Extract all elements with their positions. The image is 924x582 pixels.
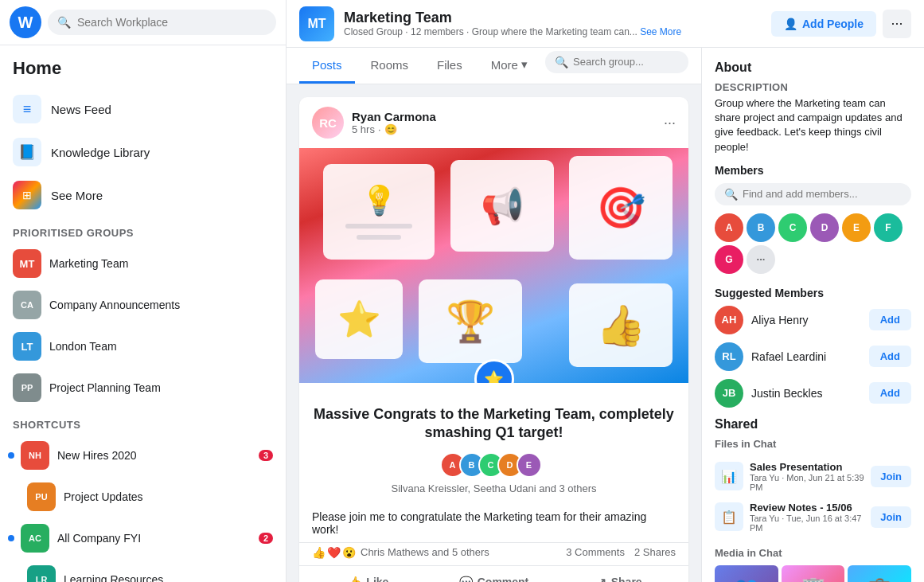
join-review-button[interactable]: Join bbox=[871, 506, 911, 528]
comment-button[interactable]: 💬 Comment bbox=[431, 569, 557, 582]
group-label-london-team: London Team bbox=[49, 340, 117, 353]
search-bar[interactable]: 🔍 bbox=[48, 10, 276, 35]
add-people-button[interactable]: 👤 Add People bbox=[771, 11, 876, 37]
sidebar-item-knowledge-library[interactable]: 📘 Knowledge Library bbox=[6, 131, 279, 173]
join-sales-button[interactable]: Join bbox=[871, 466, 911, 487]
nav-label-see-more: See More bbox=[51, 189, 103, 202]
left-sidebar: W 🔍 Home ≡ News Feed 📘 Knowledge Library… bbox=[0, 0, 287, 582]
member-av-5[interactable]: E bbox=[842, 213, 871, 242]
all-company-dot bbox=[8, 535, 14, 541]
sidebar-item-company-announcements[interactable]: CA Company Announcements bbox=[6, 285, 279, 325]
rafael-avatar: RL bbox=[715, 342, 743, 371]
post-illustration: 💡 📢 🎯 ⭐ 🏆 👍 bbox=[299, 148, 688, 383]
all-company-avatar: AC bbox=[21, 524, 49, 553]
shortcut-project-updates[interactable]: PU Project Updates bbox=[6, 477, 279, 517]
top-bar: MT Marketing Team Closed Group · 12 memb… bbox=[287, 0, 924, 48]
share-button[interactable]: ↗ Share bbox=[556, 569, 682, 582]
search-input[interactable] bbox=[77, 16, 267, 29]
member-av-6[interactable]: F bbox=[874, 213, 903, 242]
member-more-button[interactable]: ··· bbox=[747, 245, 775, 274]
post-author-avatar: RC bbox=[312, 107, 344, 139]
shortcut-learning-resources[interactable]: LR Learning Resources bbox=[6, 560, 279, 582]
group-label-company-announcements: Company Announcements bbox=[49, 299, 180, 311]
reactions-left: 👍 ❤️ 😮 Chris Mathews and 5 others bbox=[312, 546, 489, 559]
new-hires-dot bbox=[8, 452, 14, 459]
illus-box-4: ⭐ bbox=[315, 279, 403, 359]
sidebar-item-london-team[interactable]: LT London Team bbox=[6, 326, 279, 366]
member-av-2[interactable]: B bbox=[747, 213, 775, 242]
like-button[interactable]: 👍 Like bbox=[306, 569, 431, 582]
members-label: Members bbox=[715, 164, 911, 177]
suggested-justin: JB Justin Beckles Add bbox=[715, 379, 911, 408]
media-thumb-1[interactable]: 👥 bbox=[715, 565, 778, 582]
post-body: Massive Congrats to the Marketing Team, … bbox=[299, 383, 688, 504]
justin-name: Justin Beckles bbox=[751, 387, 861, 400]
members-search-icon: 🔍 bbox=[724, 188, 738, 201]
member-av-7[interactable]: G bbox=[715, 245, 743, 274]
reactors-names: Silvana Kreissler, Seetha Udani and 3 ot… bbox=[312, 482, 676, 494]
post-reactions-bar: 👍 ❤️ 😮 Chris Mathews and 5 others 3 Comm… bbox=[299, 542, 688, 565]
members-search[interactable]: 🔍 bbox=[715, 183, 911, 205]
top-actions: 👤 Add People ··· bbox=[771, 10, 911, 38]
add-aliya-button[interactable]: Add bbox=[869, 309, 911, 330]
tab-more[interactable]: More ▾ bbox=[478, 48, 540, 84]
media-thumb-3[interactable]: 💼 bbox=[848, 565, 911, 582]
tabs-bar: Posts Rooms Files More ▾ 🔍 bbox=[287, 48, 701, 84]
post-more-button[interactable]: ··· bbox=[664, 115, 676, 131]
aliya-avatar: AH bbox=[715, 306, 743, 334]
sidebar-item-marketing-team[interactable]: MT Marketing Team bbox=[6, 244, 279, 283]
group-avatar-large: MT bbox=[299, 6, 334, 41]
search-icon: 🔍 bbox=[57, 16, 71, 29]
media-thumb-2[interactable]: 🏢 bbox=[782, 565, 845, 582]
project-planning-team-avatar: PP bbox=[13, 373, 41, 402]
see-more-link[interactable]: See More bbox=[640, 26, 681, 37]
members-search-input[interactable] bbox=[743, 188, 902, 200]
feed-area: Posts Rooms Files More ▾ 🔍 bbox=[287, 48, 701, 582]
tab-files[interactable]: Files bbox=[424, 49, 475, 84]
sidebar-item-news-feed[interactable]: ≡ News Feed bbox=[6, 88, 279, 130]
sidebar-item-project-planning-team[interactable]: PP Project Planning Team bbox=[6, 368, 279, 408]
shortcut-new-hires-2020[interactable]: NH New Hires 2020 3 bbox=[6, 436, 279, 475]
post-reactors: A B C D E bbox=[312, 452, 676, 478]
knowledge-library-icon: 📘 bbox=[13, 138, 41, 166]
add-justin-button[interactable]: Add bbox=[869, 382, 911, 404]
news-feed-icon: ≡ bbox=[13, 95, 41, 123]
chevron-down-icon: ▾ bbox=[521, 57, 528, 72]
member-av-4[interactable]: D bbox=[810, 213, 839, 242]
shortcut-all-company-fyi[interactable]: AC All Company FYI 2 bbox=[6, 518, 279, 558]
media-grid: 👥 🏢 💼 bbox=[715, 565, 911, 582]
sales-file-info: Sales Presentation Tara Yu · Mon, Jun 21… bbox=[750, 461, 864, 492]
reaction-thumbs-up: 👍 bbox=[312, 546, 326, 559]
rafael-name: Rafael Leardini bbox=[751, 350, 861, 363]
shortcut-label-learning-resources: Learning Resources bbox=[64, 573, 163, 582]
prioritised-groups-title: Prioritised Groups bbox=[6, 217, 279, 244]
tab-posts[interactable]: Posts bbox=[299, 49, 355, 84]
illus-box-5: 🏆 bbox=[419, 279, 522, 363]
post-author-info: Ryan Carmona 5 hrs · 😊 bbox=[352, 110, 436, 135]
member-av-1[interactable]: A bbox=[715, 213, 743, 242]
learning-resources-avatar: LR bbox=[27, 565, 56, 582]
suggested-label: Suggested Members bbox=[715, 287, 911, 299]
shares-count: 2 Shares bbox=[634, 546, 676, 558]
more-options-button[interactable]: ··· bbox=[883, 10, 911, 38]
post-body-text: Please join me to congratulate the Marke… bbox=[312, 504, 676, 542]
group-search-icon: 🔍 bbox=[555, 56, 568, 68]
sidebar-item-see-more[interactable]: ⊞ See More bbox=[6, 174, 279, 216]
tab-rooms[interactable]: Rooms bbox=[358, 49, 422, 84]
home-title: Home bbox=[6, 55, 279, 88]
member-avatars-list: A B C D E F G ··· bbox=[715, 213, 911, 274]
reactions-attribution: Chris Mathews and 5 others bbox=[361, 546, 489, 558]
post-actions: 👍 Like 💬 Comment ↗ Share bbox=[299, 565, 688, 582]
group-search-bar[interactable]: 🔍 bbox=[545, 51, 688, 73]
about-title: About bbox=[715, 61, 911, 75]
review-file-name: Review Notes - 15/06 bbox=[750, 502, 864, 514]
reaction-wow: 😮 bbox=[342, 546, 356, 559]
group-search-input[interactable] bbox=[573, 56, 679, 68]
member-av-3[interactable]: C bbox=[778, 213, 807, 242]
sales-file-meta: Tara Yu · Mon, Jun 21 at 5:39 PM bbox=[750, 473, 864, 492]
all-company-badge: 2 bbox=[259, 533, 273, 544]
app-logo[interactable]: W bbox=[10, 6, 41, 38]
nav-label-knowledge-library: Knowledge Library bbox=[51, 146, 150, 159]
group-title: Marketing Team bbox=[344, 10, 762, 26]
add-rafael-button[interactable]: Add bbox=[869, 346, 911, 367]
